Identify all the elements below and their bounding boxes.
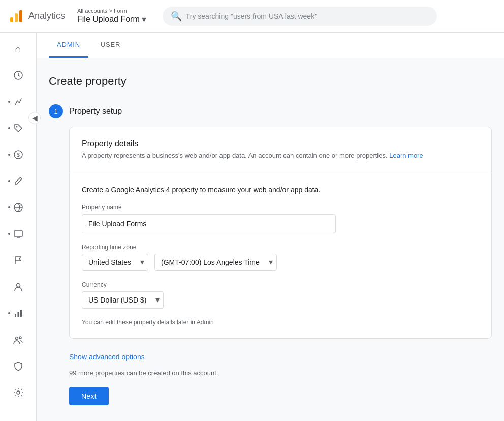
page-title: Create property bbox=[49, 75, 492, 88]
property-name-group: Property name bbox=[82, 204, 479, 233]
sidebar-item-dollar[interactable]: $ bbox=[6, 142, 30, 167]
svg-text:$: $ bbox=[17, 152, 20, 158]
tab-bar: ADMIN USER bbox=[37, 33, 504, 58]
edit-note: You can edit these property details late… bbox=[82, 319, 479, 326]
gear-icon bbox=[13, 387, 23, 398]
sidebar-item-lifecycle[interactable] bbox=[6, 89, 30, 114]
svg-point-14 bbox=[19, 337, 21, 339]
display-icon bbox=[13, 229, 23, 239]
page-content: Create property 1 Property setup Propert… bbox=[37, 58, 504, 421]
country-select-wrapper: United States ▾ bbox=[82, 254, 148, 271]
svg-rect-2 bbox=[19, 10, 22, 22]
card-description: A property represents a business's web a… bbox=[82, 151, 479, 161]
timezone-select[interactable]: (GMT-07:00) Los Angeles Time bbox=[154, 254, 277, 271]
below-card: Show advanced options 99 more properties… bbox=[69, 351, 492, 405]
step-1-header: 1 Property setup bbox=[49, 104, 492, 118]
currency-select-wrapper: US Dollar (USD $) ▾ bbox=[82, 291, 164, 309]
svg-point-9 bbox=[16, 284, 20, 287]
svg-rect-0 bbox=[10, 17, 13, 22]
sidebar-item-admin[interactable] bbox=[6, 354, 30, 378]
step-number: 1 bbox=[49, 104, 63, 118]
sidebar-item-home[interactable]: ⌂ bbox=[6, 37, 30, 61]
svg-rect-1 bbox=[15, 13, 18, 22]
dollar-icon: $ bbox=[13, 149, 23, 160]
app-header: Analytics All accounts > Form File Uploa… bbox=[0, 0, 504, 33]
analytics-logo-icon bbox=[8, 8, 24, 24]
property-name-label: Property name bbox=[82, 204, 479, 211]
card-desc-text: A property represents a business's web a… bbox=[82, 152, 388, 159]
account-title[interactable]: File Upload Form ▾ bbox=[77, 14, 146, 25]
sidebar-item-display[interactable] bbox=[6, 222, 30, 246]
clock-icon bbox=[13, 70, 23, 80]
sidebar-item-tags[interactable] bbox=[6, 116, 30, 140]
sidebar-item-person[interactable] bbox=[6, 275, 30, 299]
timezone-group: Reporting time zone United States ▾ (GMT… bbox=[82, 244, 479, 271]
sidebar: ⌂ $ bbox=[0, 33, 37, 421]
lifecycle-icon bbox=[13, 97, 23, 107]
sidebar-item-barchart[interactable] bbox=[6, 301, 30, 325]
timezone-select-wrapper: (GMT-07:00) Los Angeles Time ▾ bbox=[154, 254, 277, 271]
sidebar-item-explore[interactable] bbox=[6, 169, 30, 193]
sidebar-item-gear[interactable] bbox=[6, 380, 30, 405]
learn-more-link[interactable]: Learn more bbox=[389, 152, 423, 159]
app-title: Analytics bbox=[28, 11, 65, 21]
person-icon bbox=[13, 282, 23, 292]
people-icon bbox=[13, 335, 23, 345]
search-container: 🔍 Try searching "users from USA last wee… bbox=[163, 7, 437, 26]
card-title: Property details bbox=[82, 139, 479, 148]
currency-group: Currency US Dollar (USD $) ▾ bbox=[82, 281, 479, 309]
sidebar-item-flag[interactable] bbox=[6, 248, 30, 273]
svg-point-13 bbox=[15, 337, 18, 340]
properties-note: 99 more properties can be created on thi… bbox=[69, 369, 492, 377]
flag-icon bbox=[13, 255, 23, 265]
timezone-label: Reporting time zone bbox=[82, 244, 479, 251]
globe-icon bbox=[13, 202, 23, 213]
sidebar-item-realtime[interactable] bbox=[6, 63, 30, 87]
sidebar-item-globe[interactable] bbox=[6, 195, 30, 220]
currency-select[interactable]: US Dollar (USD $) bbox=[82, 291, 164, 309]
show-advanced-options-link[interactable]: Show advanced options bbox=[69, 353, 145, 361]
main-content: ADMIN USER Create property 1 Property se… bbox=[37, 33, 504, 421]
property-details-card: Property details A property represents a… bbox=[69, 127, 492, 339]
step-title: Property setup bbox=[69, 107, 122, 116]
tab-user[interactable]: USER bbox=[92, 33, 129, 58]
account-info: All accounts > Form File Upload Form ▾ bbox=[77, 8, 146, 25]
search-box[interactable]: 🔍 Try searching "users from USA last wee… bbox=[163, 7, 437, 26]
card-header-section: Property details A property represents a… bbox=[70, 127, 491, 173]
search-icon: 🔍 bbox=[171, 11, 182, 22]
collapse-icon: ◀ bbox=[32, 114, 38, 122]
next-button[interactable]: Next bbox=[69, 387, 109, 405]
search-placeholder: Try searching "users from USA last week" bbox=[186, 12, 317, 20]
property-name-input[interactable] bbox=[82, 214, 336, 233]
admin-icon bbox=[13, 361, 23, 371]
card-body: Create a Google Analytics 4 property to … bbox=[70, 173, 491, 338]
breadcrumb: All accounts > Form bbox=[77, 8, 146, 14]
svg-point-4 bbox=[16, 126, 17, 128]
svg-point-15 bbox=[17, 391, 20, 394]
sidebar-item-people[interactable] bbox=[6, 327, 30, 352]
sidebar-collapse-button[interactable]: ◀ bbox=[28, 112, 41, 124]
svg-rect-11 bbox=[17, 312, 19, 317]
svg-rect-8 bbox=[14, 231, 22, 236]
tab-admin[interactable]: ADMIN bbox=[49, 33, 88, 58]
account-title-text: File Upload Form bbox=[77, 15, 140, 24]
chevron-down-icon: ▾ bbox=[142, 14, 146, 25]
bar-chart-icon bbox=[13, 308, 23, 318]
svg-rect-12 bbox=[20, 310, 22, 317]
svg-rect-10 bbox=[15, 314, 16, 317]
pencil-icon bbox=[13, 176, 23, 186]
logo-container: Analytics bbox=[8, 8, 65, 24]
country-select[interactable]: United States bbox=[82, 254, 148, 271]
timezone-row: United States ▾ (GMT-07:00) Los Angeles … bbox=[82, 254, 479, 271]
tag-icon bbox=[13, 123, 23, 133]
currency-label: Currency bbox=[82, 281, 479, 288]
card-body-text: Create a Google Analytics 4 property to … bbox=[82, 186, 479, 194]
